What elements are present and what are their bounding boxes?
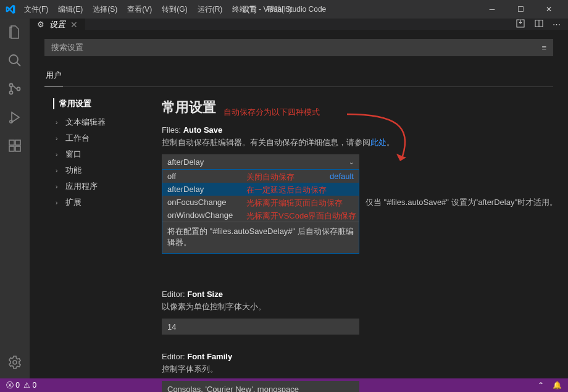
svg-rect-5	[9, 140, 14, 145]
chevron-right-icon: ›	[56, 167, 62, 174]
setting-description: 控制自动保存脏编辑器。有关自动保存的详细信息，请参阅此处。	[162, 137, 541, 148]
setting-label: Files: Auto Save	[162, 125, 541, 135]
filter-icon[interactable]: ≡	[541, 43, 546, 52]
setting-label: Editor: Font Size	[162, 290, 541, 299]
tab-label: 设置	[49, 19, 65, 30]
toc-item-window[interactable]: ›窗口	[53, 146, 149, 162]
split-editor-icon[interactable]	[534, 19, 544, 30]
toc-head[interactable]: 常用设置	[53, 98, 149, 109]
option-description: 将在配置的 "#files.autoSaveDelay#" 后自动保存脏编辑器。	[162, 222, 359, 253]
input-value: 14	[167, 322, 176, 332]
minimize-button[interactable]: ─	[478, 0, 506, 19]
menu-selection[interactable]: 选择(S)	[88, 2, 122, 17]
option-afterdelay[interactable]: afterDelay 在一定延迟后自动保存	[162, 183, 359, 196]
setting-editor-fontsize: Editor: Font Size 以像素为单位控制字体大小。 14	[162, 290, 541, 335]
option-onwindowchange[interactable]: onWindowChange 光标离开VSCode界面自动保存	[162, 209, 359, 222]
svg-rect-6	[9, 146, 14, 151]
autosave-help-link[interactable]: 此处	[370, 138, 386, 147]
setting-description: 控制字体系列。	[162, 364, 541, 375]
menu-go[interactable]: 转到(G)	[157, 2, 191, 17]
fontsize-input[interactable]: 14	[162, 319, 359, 335]
activity-bar	[0, 19, 30, 378]
svg-point-2	[10, 91, 13, 94]
svg-point-1	[10, 84, 13, 87]
debug-icon[interactable]	[6, 109, 23, 126]
toc-item-workbench[interactable]: ›工作台	[53, 130, 149, 146]
toc-item-features[interactable]: ›功能	[53, 162, 149, 178]
option-hint: 在一定延迟后自动保存	[246, 185, 327, 196]
settings-search-input[interactable]: 搜索设置 ≡	[44, 39, 553, 56]
chevron-right-icon: ›	[56, 199, 62, 206]
chevron-right-icon: ›	[56, 151, 62, 158]
chevron-right-icon: ›	[56, 135, 62, 142]
svg-rect-7	[15, 146, 20, 151]
svg-point-4	[10, 120, 12, 123]
scope-user-tab[interactable]: 用户	[44, 66, 63, 86]
close-button[interactable]: ✕	[535, 0, 563, 19]
tab-settings[interactable]: ⚙ 设置 ✕	[30, 19, 86, 30]
more-actions-icon[interactable]: ⋯	[553, 20, 561, 29]
settings-scope-tabs: 用户	[44, 66, 553, 87]
maximize-button[interactable]: ☐	[506, 0, 535, 19]
autosave-delay-text-tail: 仅当 "#files.autoSave#" 设置为"afterDelay"时才适…	[365, 197, 558, 208]
autosave-dropdown[interactable]: afterDelay ⌄	[162, 154, 359, 169]
toc-item-application[interactable]: ›应用程序	[53, 178, 149, 194]
chevron-right-icon: ›	[56, 183, 62, 190]
option-hint: 关闭自动保存	[246, 172, 294, 183]
window-controls: ─ ☐ ✕	[478, 0, 563, 19]
section-title: 常用设置	[162, 98, 541, 117]
default-badge: default	[330, 172, 354, 181]
settings-body: 搜索设置 ≡ 用户 常用设置 ›文本编辑器 ›工作台 ›窗口 ›功能 ›应用程序…	[30, 30, 568, 392]
settings-editor: 常用设置 自动保存分为以下四种模式 Files: Auto Save 控制自动保…	[149, 92, 553, 392]
search-icon[interactable]	[6, 52, 23, 69]
toc-item-extensions[interactable]: ›扩展	[53, 194, 149, 211]
explorer-icon[interactable]	[6, 23, 23, 41]
setting-description: 以像素为单位控制字体大小。	[162, 301, 541, 312]
editor-tabs: ⚙ 设置 ✕ ⋯	[30, 19, 568, 30]
setting-editor-fontfamily: Editor: Font Family 控制字体系列。 Consolas, 'C…	[162, 352, 541, 392]
fontfamily-input[interactable]: Consolas, 'Courier New', monospace	[162, 381, 359, 392]
menu-view[interactable]: 查看(V)	[123, 2, 156, 17]
svg-rect-8	[15, 140, 20, 145]
svg-point-9	[13, 361, 17, 364]
option-onfocuschange[interactable]: onFocusChange 光标离开编辑页面自动保存	[162, 196, 359, 209]
window-title: 设置 - Visual Studio Code	[242, 4, 327, 15]
tab-gear-icon: ⚙	[37, 20, 44, 29]
chevron-right-icon: ›	[56, 119, 62, 126]
dropdown-value: afterDelay	[167, 157, 204, 167]
title-bar: 文件(F) 编辑(E) 选择(S) 查看(V) 转到(G) 运行(R) 终端(T…	[0, 0, 568, 19]
setting-label: Editor: Font Family	[162, 352, 541, 361]
svg-point-0	[9, 55, 18, 64]
autosave-dropdown-options: off 关闭自动保存 default afterDelay 在一定延迟后自动保存…	[162, 169, 359, 254]
svg-point-3	[17, 88, 20, 91]
settings-toc: 常用设置 ›文本编辑器 ›工作台 ›窗口 ›功能 ›应用程序 ›扩展	[44, 92, 149, 392]
menu-file[interactable]: 文件(F)	[20, 2, 52, 17]
settings-gear-icon[interactable]	[6, 354, 23, 371]
chevron-down-icon: ⌄	[349, 159, 354, 165]
source-control-icon[interactable]	[6, 80, 23, 98]
option-off[interactable]: off 关闭自动保存 default	[162, 170, 359, 183]
vscode-logo-icon	[5, 4, 16, 15]
extensions-icon[interactable]	[6, 137, 23, 154]
option-hint: 光标离开VSCode界面自动保存	[246, 211, 356, 222]
tab-actions: ⋯	[516, 19, 568, 30]
menu-edit[interactable]: 编辑(E)	[54, 2, 87, 17]
status-errors[interactable]: ⓧ 0	[6, 380, 20, 391]
option-hint: 光标离开编辑页面自动保存	[246, 198, 343, 209]
setting-files-autosave: Files: Auto Save 控制自动保存脏编辑器。有关自动保存的详细信息，…	[162, 125, 541, 254]
tab-close-icon[interactable]: ✕	[70, 20, 78, 30]
input-value: Consolas, 'Courier New', monospace	[167, 385, 299, 393]
toc-item-text-editor[interactable]: ›文本编辑器	[53, 114, 149, 130]
menu-run[interactable]: 运行(R)	[193, 2, 227, 17]
search-placeholder: 搜索设置	[51, 42, 83, 53]
open-settings-json-icon[interactable]	[516, 19, 525, 30]
